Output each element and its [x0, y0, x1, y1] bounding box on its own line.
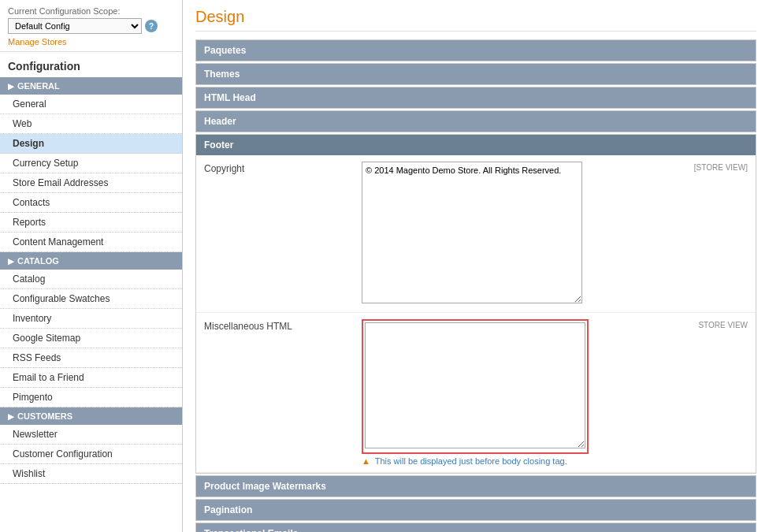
sidebar-item-configurable-swatches[interactable]: Configurable Swatches: [0, 289, 182, 309]
scope-section: Current Configuration Scope: Default Con…: [0, 0, 182, 52]
general-items: General Web Design Currency Setup Store …: [0, 95, 182, 252]
sidebar-section-general[interactable]: ▶ GENERAL: [0, 77, 182, 95]
manage-stores-link[interactable]: Manage Stores: [8, 37, 174, 47]
panel-html-head: HTML Head: [195, 87, 756, 109]
panel-transactional-emails: Transactional Emails: [195, 523, 756, 532]
misc-html-note: ▲ This will be displayed just before bod…: [362, 456, 653, 466]
help-icon[interactable]: ?: [145, 20, 158, 32]
customers-label: CUSTOMERS: [17, 411, 72, 421]
catalog-items: Catalog Configurable Swatches Inventory …: [0, 270, 182, 407]
panel-watermarks: Product Image Watermarks: [195, 475, 756, 497]
sidebar-item-google-sitemap[interactable]: Google Sitemap: [0, 329, 182, 348]
misc-html-control: ▲ This will be displayed just before bod…: [362, 319, 653, 466]
sidebar-item-reports[interactable]: Reports: [0, 213, 182, 233]
panel-themes: Themes: [195, 63, 756, 85]
sidebar-section-catalog[interactable]: ▶ CATALOG: [0, 252, 182, 270]
general-label: GENERAL: [17, 81, 60, 91]
sidebar-item-design[interactable]: Design: [0, 134, 182, 154]
misc-html-label: Miscellaneous HTML: [204, 319, 362, 332]
customers-items: Newsletter Customer Configuration Wishli…: [0, 425, 182, 484]
sidebar-item-content-management[interactable]: Content Management: [0, 233, 182, 252]
customers-arrow: ▶: [8, 412, 14, 421]
panel-pagination: Pagination: [195, 499, 756, 521]
misc-html-wrapper: [362, 319, 589, 454]
sidebar-item-currency-setup[interactable]: Currency Setup: [0, 154, 182, 173]
catalog-label: CATALOG: [17, 256, 59, 266]
note-icon: ▲: [362, 456, 370, 466]
sidebar-item-customer-configuration[interactable]: Customer Configuration: [0, 445, 182, 464]
sidebar-title: Configuration: [0, 52, 182, 77]
copyright-textarea[interactable]: © 2014 Magento Demo Store. All Rights Re…: [362, 162, 582, 303]
panel-footer-header[interactable]: Footer: [196, 135, 756, 155]
panel-paquetes-header[interactable]: Paquetes: [196, 40, 756, 61]
sidebar-item-inventory[interactable]: Inventory: [0, 309, 182, 329]
sidebar-section-customers[interactable]: ▶ CUSTOMERS: [0, 407, 182, 425]
field-row-copyright: Copyright © 2014 Magento Demo Store. All…: [196, 155, 756, 313]
general-arrow: ▶: [8, 82, 14, 91]
sidebar-item-rss-feeds[interactable]: RSS Feeds: [0, 348, 182, 368]
scope-select-row: Default Config ?: [8, 18, 174, 34]
sidebar-item-pimgento[interactable]: Pimgento: [0, 388, 182, 407]
copyright-control: © 2014 Magento Demo Store. All Rights Re…: [362, 162, 653, 306]
panel-html-head-header[interactable]: HTML Head: [196, 87, 756, 108]
panel-paquetes: Paquetes: [195, 39, 756, 61]
panel-transactional-emails-header[interactable]: Transactional Emails: [196, 523, 756, 532]
sidebar-item-contacts[interactable]: Contacts: [0, 193, 182, 213]
page-title: Design: [195, 8, 756, 32]
note-highlight: This will be displayed just before body …: [375, 456, 567, 466]
scope-select[interactable]: Default Config: [8, 18, 142, 34]
panel-header-header[interactable]: Header: [196, 111, 756, 132]
sidebar-item-general[interactable]: General: [0, 95, 182, 114]
panel-themes-header[interactable]: Themes: [196, 64, 756, 84]
sidebar-item-web[interactable]: Web: [0, 114, 182, 134]
copyright-label: Copyright: [204, 162, 362, 174]
misc-html-textarea[interactable]: [365, 322, 585, 448]
catalog-arrow: ▶: [8, 257, 14, 266]
panel-footer-body: Copyright © 2014 Magento Demo Store. All…: [196, 155, 756, 473]
sidebar-item-newsletter[interactable]: Newsletter: [0, 425, 182, 445]
misc-html-scope: STORE VIEW: [653, 319, 748, 329]
main-content: Design Paquetes Themes HTML Head Header …: [183, 0, 769, 532]
panel-header: Header: [195, 110, 756, 132]
sidebar-item-email-to-a-friend[interactable]: Email to a Friend: [0, 368, 182, 388]
sidebar-item-catalog[interactable]: Catalog: [0, 270, 182, 289]
copyright-scope: [STORE VIEW]: [653, 162, 748, 172]
sidebar-item-store-email-addresses[interactable]: Store Email Addresses: [0, 173, 182, 193]
panel-footer: Footer Copyright © 2014 Magento Demo Sto…: [195, 134, 756, 474]
field-row-misc-html: Miscellaneous HTML ▲ This will be displa…: [196, 313, 756, 473]
panel-pagination-header[interactable]: Pagination: [196, 500, 756, 520]
panel-watermarks-header[interactable]: Product Image Watermarks: [196, 476, 756, 497]
sidebar-item-wishlist[interactable]: Wishlist: [0, 464, 182, 484]
scope-label: Current Configuration Scope:: [8, 6, 174, 16]
sidebar: Current Configuration Scope: Default Con…: [0, 0, 183, 532]
